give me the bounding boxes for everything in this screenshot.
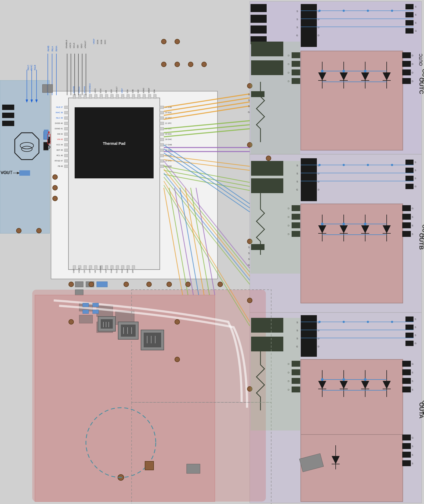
svg-rect-169 [251,15,267,23]
svg-rect-198 [402,52,411,58]
svg-text:14 SPB: 14 SPB [165,160,172,162]
svg-text:nFAULT: nFAULT [84,41,86,48]
svg-line-156 [164,170,250,186]
svg-text:D: D [318,164,320,167]
svg-point-367 [202,62,206,67]
svg-text:G: G [296,34,298,37]
svg-point-193 [321,70,324,72]
svg-rect-168 [251,4,267,12]
svg-point-362 [161,39,166,44]
svg-rect-29 [160,133,164,135]
svg-line-166 [164,181,250,322]
svg-marker-234 [340,225,348,233]
svg-text:G: G [412,436,414,439]
svg-point-352 [89,282,94,287]
svg-rect-51 [89,94,92,98]
svg-point-365 [175,62,180,67]
svg-rect-312 [251,318,283,333]
svg-point-320 [21,146,32,152]
svg-rect-26 [160,117,164,119]
svg-text:24 SOB: 24 SOB [165,106,172,108]
svg-rect-378 [132,290,271,402]
svg-point-357 [218,282,223,287]
svg-rect-11 [75,107,154,178]
svg-rect-265 [251,244,264,250]
svg-point-354 [147,282,151,287]
svg-text:ENABLE: ENABLE [65,40,68,48]
svg-rect-270 [405,317,414,322]
svg-rect-264 [251,178,283,193]
svg-point-348 [53,196,57,201]
svg-rect-375 [145,461,154,470]
svg-text:D: D [318,10,320,13]
svg-rect-20 [64,149,68,152]
svg-marker-240 [383,225,391,233]
svg-rect-15 [64,122,68,125]
svg-rect-14 [64,117,68,119]
svg-rect-384 [98,317,115,331]
svg-text:VREF: VREF [121,88,123,93]
svg-text:SCLK: SCLK [73,42,75,48]
svg-text:D: D [288,371,290,374]
svg-point-319 [20,142,34,149]
svg-marker-231 [318,225,326,233]
svg-text:S: S [296,329,298,332]
svg-rect-453 [402,460,411,466]
svg-text:SDO: SDO [80,44,83,48]
svg-line-340 [169,188,188,295]
svg-text:S: S [415,21,416,24]
svg-rect-209 [292,78,300,84]
svg-rect-49 [78,94,81,98]
svg-point-349 [16,228,21,233]
svg-rect-37 [78,266,81,270]
svg-rect-307 [292,387,300,392]
svg-rect-401 [251,318,300,431]
svg-point-415 [343,10,345,12]
svg-line-164 [164,173,250,280]
svg-rect-41 [100,266,103,270]
svg-text:SOA: SOA [96,39,99,44]
svg-point-448 [367,321,369,323]
svg-text:23 SOC: 23 SOC [165,112,172,113]
svg-rect-207 [292,61,300,67]
svg-text:nSCS: nSCS [94,88,96,93]
svg-text:20 GLC: 20 GLC [165,128,172,130]
svg-point-292 [342,378,345,381]
svg-point-414 [318,10,321,12]
svg-rect-9 [51,91,218,279]
svg-point-243 [342,223,345,225]
svg-rect-53 [100,94,103,98]
svg-rect-258 [292,231,300,237]
svg-text:S: S [415,169,416,172]
svg-text:S: S [296,26,298,29]
svg-text:INHA: INHA [55,46,58,51]
svg-text:17 GHB: 17 GHB [165,144,172,146]
svg-rect-173 [405,12,414,17]
svg-marker-182 [318,72,326,80]
svg-rect-0 [0,0,424,504]
svg-rect-304 [292,361,300,367]
svg-rect-263 [251,161,283,176]
svg-marker-280 [318,381,326,389]
svg-rect-418 [301,158,317,201]
svg-rect-27 [160,122,164,125]
svg-text:S: S [296,18,298,21]
svg-text:D: D [412,80,414,83]
svg-line-339 [164,188,183,295]
svg-rect-336 [97,306,113,317]
svg-text:VGLS: VGLS [78,268,80,273]
svg-text:OUTC: OUTC [418,78,424,94]
svg-text:SOC: SOC [137,89,139,93]
svg-point-446 [318,321,321,323]
svg-text:D: D [412,71,414,74]
svg-text:35 ENABLE: 35 ENABLE [89,83,91,93]
svg-text:G: G [296,345,298,348]
svg-rect-296 [402,361,411,367]
svg-rect-45 [121,266,124,270]
svg-rect-55 [111,94,113,98]
svg-text:D: D [318,188,320,191]
svg-rect-305 [292,369,300,375]
svg-rect-36 [73,266,76,270]
svg-rect-174 [405,20,414,25]
svg-point-368 [247,83,252,88]
